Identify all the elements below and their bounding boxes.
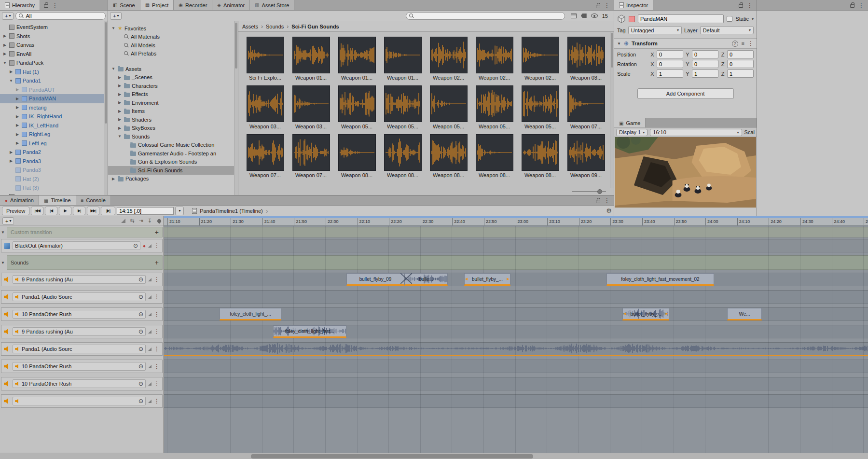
project-search[interactable] [406,12,565,20]
asset-item[interactable]: Weapon 03... [242,85,288,129]
scrollbar-thumb[interactable] [611,33,613,68]
hierarchy-item[interactable]: ▶ Hat (1) [0,68,108,77]
hidden-count-eye-icon[interactable] [591,14,598,18]
group-fold-icon[interactable]: ▼ [1,230,5,235]
hierarchy-item[interactable]: ▶ Shots [0,32,108,41]
kebab-menu-icon[interactable]: ⋮ [604,2,610,9]
kebab-menu-icon[interactable]: ⋮ [604,197,610,204]
audio-clip-full-width[interactable] [164,342,868,356]
lane-animator-track[interactable] [164,239,868,252]
scrollbar-thumb[interactable] [235,23,237,69]
audio-track-header[interactable]: Panda1 (Audio Sourc ⊙ ⋮ [1,290,163,304]
expander-arrow-icon[interactable]: ▶ [2,43,7,47]
project-tab[interactable]: ◉ Recorder [174,0,212,10]
asset-item[interactable]: Weapon 05... [380,85,426,129]
static-dropdown-icon[interactable]: ▾ [752,17,754,21]
folder-item[interactable]: ▶ _Scenes [108,73,238,82]
axis-x-field[interactable] [657,60,683,68]
add-track-button[interactable]: + ▾ [2,217,14,225]
folder-item[interactable]: ▶ Packages [108,175,238,183]
current-time-field[interactable] [117,207,174,215]
expander-arrow-icon[interactable]: ▼ [9,79,14,83]
kebab-menu-icon[interactable]: ⋮ [748,40,754,47]
asset-item[interactable]: Weapon 03... [563,37,608,81]
time-format-dropdown[interactable]: ▾ [175,207,184,215]
folder-item[interactable]: ▶ Items [108,107,238,116]
audio-track-header[interactable]: ⊙ ⋮ [1,394,163,408]
hierarchy-item[interactable]: ▶ Canvas [0,41,108,50]
display-dropdown[interactable]: Display 1 ▾ [616,129,648,136]
kebab-menu-icon[interactable]: ⋮ [154,380,160,387]
asset-item[interactable]: Weapon 02... [426,37,471,81]
track-binding-field[interactable]: ⊙ [13,397,146,405]
scrollbar-thumb[interactable] [251,454,533,459]
track-curves-icon[interactable] [148,278,152,281]
asset-item[interactable]: Weapon 02... [517,37,563,81]
track-curves-icon[interactable] [148,382,152,386]
lane-custom-transition[interactable] [164,227,868,237]
asset-item[interactable]: Weapon 01... [380,37,426,81]
mix-mode-icon[interactable]: ⇆ [130,218,134,224]
thumbnail-zoom-slider[interactable] [572,189,606,194]
previous-frame-button[interactable]: |◀ [45,207,57,215]
hierarchy-item[interactable]: ▼ PandaPack [0,58,108,68]
project-tab[interactable]: ◈ Animator [212,0,250,10]
lane-audio-track[interactable] [164,273,868,286]
asset-item[interactable]: Weapon 02... [471,37,517,81]
curves-view-icon[interactable] [121,219,125,223]
project-tab[interactable]: ◧ Scene [108,0,140,10]
track-binding-field[interactable]: BlackOut (Animator) ⊙ [13,241,140,250]
create-asset-button[interactable]: + ▾ [110,12,122,20]
folder-item[interactable]: ▼ Assets [108,65,238,73]
asset-item[interactable]: Weapon 05... [334,85,380,129]
expander-arrow-icon[interactable]: ▶ [9,150,14,154]
add-component-button[interactable]: Add Component [637,88,734,99]
transform-component-header[interactable]: ▼ ⊕ Transform ? ≡ ⋮ [614,38,757,49]
replace-mode-icon[interactable]: ↧ [148,218,152,224]
expander-arrow-icon[interactable]: ▶ [117,126,122,130]
expander-arrow-icon[interactable]: ▶ [117,75,122,80]
hierarchy-item[interactable]: ▶ Panda2 [0,148,108,157]
folder-item[interactable]: ▶ Characters [108,82,238,90]
lock-icon[interactable] [44,4,48,8]
axis-x-field[interactable] [657,50,683,58]
play-range-button[interactable]: [▶] [101,207,115,215]
track-binding-field[interactable]: Panda1 (Audio Sourc ⊙ [13,292,146,301]
track-binding-field[interactable]: 9 Pandas rushing (Au ⊙ [13,327,146,336]
kebab-menu-icon[interactable]: ⋮ [154,346,160,352]
asset-item[interactable]: Weapon 08... [380,134,426,178]
kebab-menu-icon[interactable]: ⋮ [154,328,160,335]
hierarchy-item[interactable]: ▼ Panda1 [0,76,108,85]
hierarchy-item[interactable]: ▶ PandaMAN [0,94,108,103]
expander-arrow-icon[interactable]: ▼ [111,67,116,71]
folder-item[interactable]: Gamemaster Audio - Footstep an [108,149,238,158]
favorites-header[interactable]: ▼ ★ Favorites [108,24,238,33]
bottom-tab[interactable]: ≡ Console [76,195,111,205]
enabled-checkbox[interactable] [629,16,635,22]
expander-arrow-icon[interactable]: ▶ [15,87,20,92]
hierarchy-item[interactable]: ▶ RightLeg [0,130,108,139]
lane-audio-track[interactable] [164,377,868,390]
ripple-mode-icon[interactable]: ⇥ [139,218,143,224]
folder-item[interactable]: ▼ Sounds [108,132,238,141]
expander-arrow-icon[interactable]: ▶ [15,141,20,145]
asset-item[interactable]: Weapon 08... [471,134,517,178]
expander-arrow-icon[interactable]: ▼ [111,26,116,30]
project-tab[interactable]: ▦ Project [140,0,174,10]
add-to-group-icon[interactable]: + [155,228,159,236]
expander-arrow-icon[interactable]: ▼ [2,61,7,65]
hierarchy-item[interactable]: ▶ Panda3 [0,157,108,166]
foldout-arrow-icon[interactable]: ▼ [617,42,621,46]
audio-clip[interactable]: bullet_flyby_09 [346,273,404,286]
timeline-ruler[interactable]: 21:10 21:20 21:30 21:40 21:50 22:00 22:1… [164,216,868,226]
hierarchy-item[interactable]: ▶ LeftLeg [0,139,108,148]
static-checkbox[interactable] [727,16,732,22]
hierarchy-search-input[interactable] [26,13,102,19]
hierarchy-item[interactable]: ▶ PandaAUT [0,85,108,95]
timeline-name[interactable]: PandaTimeline1 (Timeline) [200,208,263,214]
hierarchy-item[interactable]: Hat (2) [0,175,108,184]
lock-icon[interactable] [850,4,854,8]
tag-dropdown[interactable]: Untagged ▾ [628,26,682,34]
expander-arrow-icon[interactable]: ▶ [111,177,116,181]
hierarchy-item[interactable]: Panda3 [0,166,108,175]
